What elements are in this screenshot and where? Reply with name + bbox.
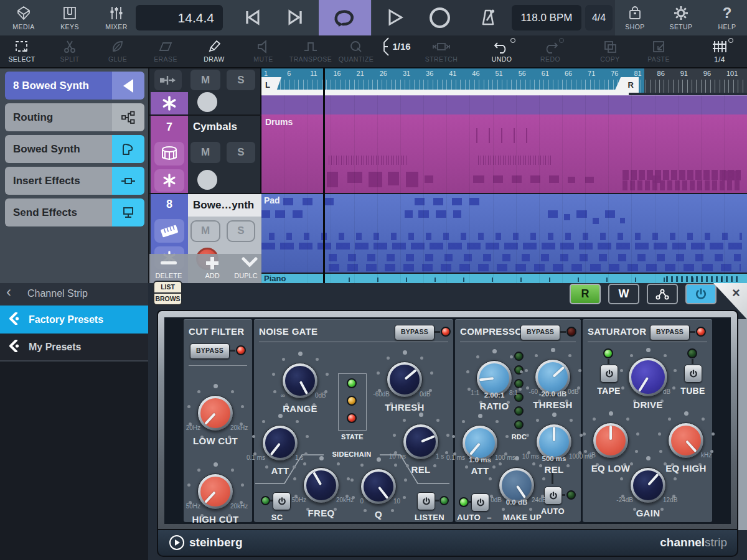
tool-erase[interactable]: ERASE [142,38,189,63]
playhead[interactable] [323,68,325,283]
ruler-number: 51 [496,70,503,77]
track-freeze-route-button[interactable] [154,70,182,90]
rdc-led [514,365,524,375]
routing-row[interactable]: Routing [5,103,144,131]
drums-clip[interactable]: Drums [261,114,747,193]
metronome-button[interactable] [474,6,502,29]
record-button[interactable] [427,6,452,29]
tool-select[interactable]: SELECT [0,38,45,63]
record-arm-button[interactable] [197,170,217,190]
tube-button[interactable] [684,365,702,383]
time-signature-display[interactable]: 4/4 [585,5,613,30]
mute-button[interactable]: M [190,220,220,242]
tool-draw[interactable]: DRAW [190,38,238,63]
track-header[interactable]: 8 Bowed Synth [5,72,144,100]
freeze-tile[interactable] [154,169,184,192]
browser-header[interactable]: ‹ Channel Strip [0,283,148,306]
tool-paste[interactable]: PASTE [635,38,682,63]
track-name[interactable]: Bowe…ynth [188,194,261,217]
mute-button[interactable]: M [190,142,220,163]
auto-makeup-button[interactable] [471,493,489,511]
factory-presets-item[interactable]: Factory Presets [0,306,148,334]
listen-button[interactable] [417,492,435,510]
tool-glue[interactable]: GLUE [94,38,141,63]
tool-copy[interactable]: COPY [586,38,634,63]
track-number: 7 [151,121,188,134]
routing-node-button[interactable] [647,284,678,304]
loop-button[interactable] [319,0,371,35]
solo-button[interactable]: S [227,70,255,90]
solo-button[interactable]: S [227,142,255,163]
steinberg-logo-icon [169,535,184,550]
media-button[interactable]: MEDIA [4,4,44,30]
tool-undo[interactable]: UNDO [478,38,525,63]
tool-transpose[interactable]: TRANSPOSE [287,38,334,63]
send-effects-row[interactable]: Send Effects [5,198,144,226]
close-icon[interactable]: × [732,285,740,301]
time-display[interactable]: 14.4.4 [136,5,223,30]
instrument-row[interactable]: Bowed Synth [5,135,144,163]
tool-redo[interactable]: REDO [527,38,574,63]
arrange-area[interactable]: 1611162126313641465156616671768186919610… [261,68,747,283]
paste-icon [635,38,682,55]
plugin-power-button[interactable] [685,284,716,304]
my-presets-item[interactable]: My Presets [0,334,148,360]
help-button[interactable]: ? HELP [707,4,747,30]
rdc-led [514,352,524,361]
mixer-button[interactable]: MIXER [96,4,136,30]
plus-icon[interactable] [204,255,220,271]
saturator-bypass-button[interactable]: BYPASS [650,325,690,340]
tool-grid_value[interactable]: 1/4 [696,38,743,64]
collapse-button[interactable] [112,72,144,100]
undo-icon [478,38,525,55]
insert-effects-row[interactable]: Insert Effects [5,167,144,195]
sc-button[interactable] [273,492,291,510]
clip-partial[interactable] [261,95,747,115]
media-icon [16,4,31,22]
tool-stretch[interactable]: STRETCH [418,38,465,63]
chevron-down-icon[interactable] [242,257,258,271]
shop-button[interactable]: SHOP [615,4,655,30]
cutfilter-bypass-button[interactable]: BYPASS [190,343,230,359]
ruler-number: 91 [680,70,688,77]
ruler-number: 11 [310,70,317,77]
tape-button[interactable] [600,365,618,383]
minus-icon[interactable] [161,261,177,264]
tool-mute[interactable]: MUTE [240,38,287,63]
plugin-footer: steinberg channelstrip [157,530,738,557]
tool-split[interactable]: SPLIT [46,38,93,63]
solo-button[interactable]: S [227,220,255,242]
copy-icon [586,38,634,55]
record-icon [430,7,450,28]
ruler-number: 81 [634,70,641,77]
steinberg-chevron-icon [9,312,21,327]
keys-button[interactable]: KEYS [50,4,90,30]
rewind-to-start-button[interactable] [238,6,266,29]
list-browse-toggle[interactable]: LIST BROWS [153,281,182,306]
drum-icon[interactable] [154,142,184,166]
noisegate-bypass-button[interactable]: BYPASS [395,325,435,340]
select-icon [0,38,45,55]
power-icon [695,288,707,301]
auto-makeup-led [459,497,469,507]
auto-release-button[interactable] [544,487,562,505]
record-arm-button[interactable] [197,92,217,112]
pad-clip[interactable]: Pad [261,194,747,273]
tool-quantize_value[interactable]: 1/16 [373,38,420,55]
ruler-number: 26 [380,70,387,77]
forward-to-end-button[interactable] [281,6,310,29]
read-automation-button[interactable]: R [570,284,601,304]
play-button[interactable] [381,6,410,29]
compressor-bypass-button[interactable]: BYPASS [520,325,560,340]
write-automation-button[interactable]: W [608,284,639,304]
mute-button[interactable]: M [190,70,220,90]
setup-button[interactable]: SETUP [661,4,701,30]
track-name[interactable]: Cymbals [193,121,237,133]
browser-title: Channel Strip [27,288,88,299]
keyboard-icon[interactable] [154,219,184,243]
bpm-display[interactable]: 118.0 BPM [512,5,581,30]
freeze-tile[interactable] [151,92,188,114]
piano-clip[interactable]: Piano [261,274,747,283]
ruler-number: 96 [703,70,711,77]
back-chevron-icon[interactable]: ‹ [6,283,11,301]
